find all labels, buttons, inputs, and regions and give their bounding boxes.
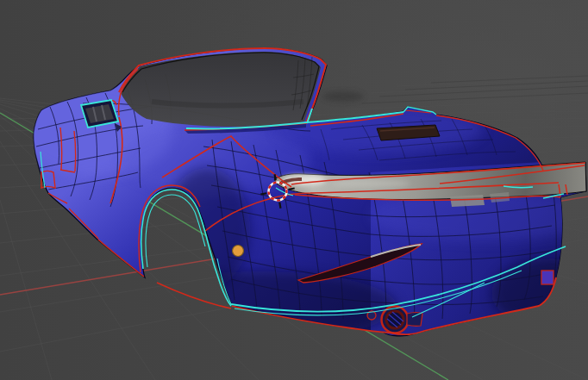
distant-shadow-blob xyxy=(322,91,364,102)
viewport-3d[interactable] xyxy=(0,0,588,380)
rear-marker-fin xyxy=(541,271,554,284)
bumper-step xyxy=(450,195,485,207)
object-origin-point[interactable] xyxy=(233,246,244,257)
exhaust-lip xyxy=(407,313,422,327)
viewport-canvas[interactable] xyxy=(0,0,588,380)
tail-band-highlight-2 xyxy=(331,179,410,188)
